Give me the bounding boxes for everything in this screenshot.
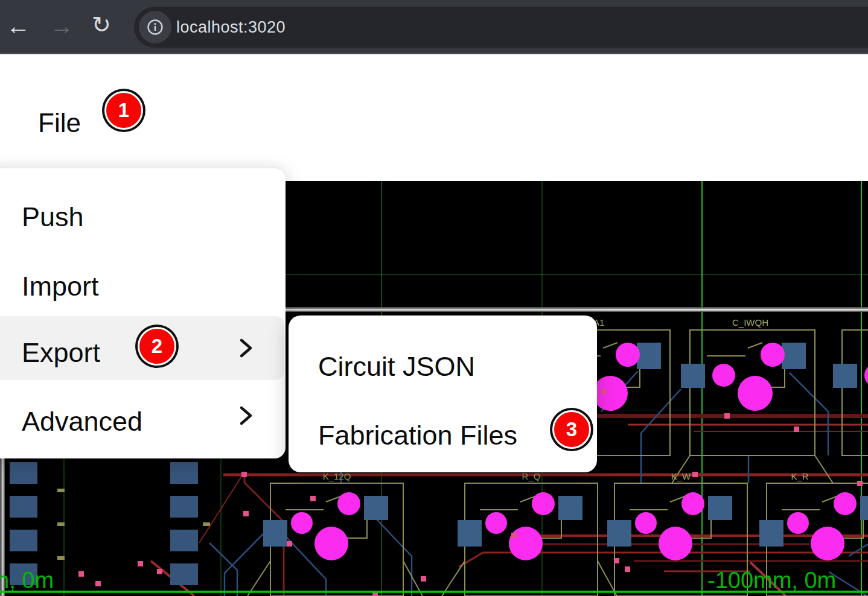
chevron-right-icon (238, 404, 255, 427)
component-label: K_12Q (323, 471, 351, 481)
menu-item-export[interactable]: Export (22, 339, 100, 366)
forward-button[interactable]: → (49, 14, 74, 38)
component-label: K_W (671, 471, 691, 481)
site-info-button[interactable] (139, 11, 171, 43)
annotation-badge-1: 1 (104, 91, 143, 130)
annotation-badge-2: 2 (138, 327, 176, 366)
menu-item-push[interactable]: Push (22, 203, 84, 230)
browser-window: A1 C_IWQH K_12Q R_Q K_W K_R (0, 0, 868, 596)
address-bar[interactable]: localhost:3020 (134, 7, 868, 48)
submenu-item-circuit-json[interactable]: Circuit JSON (318, 353, 475, 380)
file-menu-trigger[interactable]: File (38, 110, 81, 136)
menu-item-import[interactable]: Import (22, 273, 99, 300)
pcb-coordinate-left: n, 0m (0, 568, 54, 593)
submenu-item-fabrication-files[interactable]: Fabrication Files (318, 422, 517, 449)
chevron-right-icon (238, 337, 255, 360)
back-button[interactable]: ← (6, 14, 30, 38)
menu-item-advanced[interactable]: Advanced (22, 408, 142, 435)
annotation-badge-3: 3 (552, 410, 591, 449)
pcb-coordinate-right: -100mm, 0m (707, 568, 836, 593)
component-label: C_IWQH (732, 317, 768, 328)
browser-toolbar: ← → ↻ localhost:3020 (0, 0, 868, 54)
info-icon (147, 19, 164, 36)
url-text: localhost:3020 (176, 18, 286, 36)
component-label: R_Q (522, 471, 541, 481)
component-label: K_R (791, 471, 808, 481)
reload-button[interactable]: ↻ (92, 13, 111, 37)
